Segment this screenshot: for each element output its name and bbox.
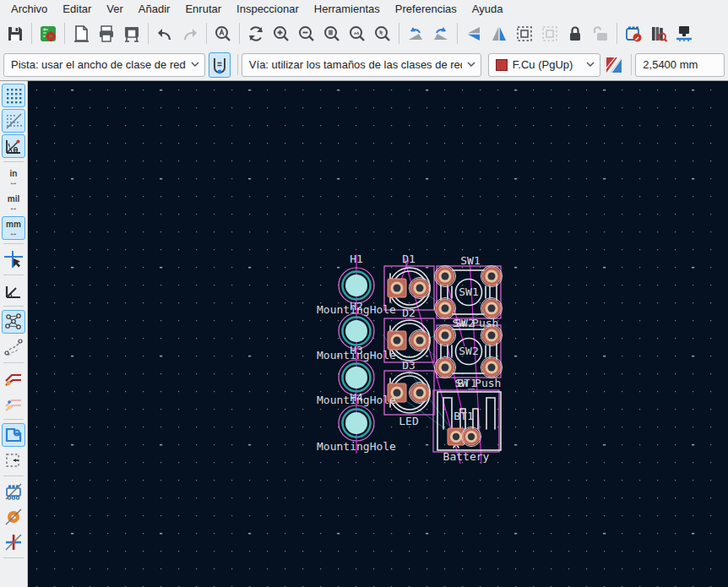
grid-major-dots xyxy=(28,81,728,587)
ref-label-h2[interactable]: H2 xyxy=(350,300,363,313)
rotate-cw-button[interactable] xyxy=(428,21,454,46)
menu-anadir[interactable]: Añadir xyxy=(131,1,178,17)
crosshair-cursor-toggle[interactable] xyxy=(2,247,25,271)
lock-button[interactable] xyxy=(562,21,588,46)
separator xyxy=(148,23,149,44)
menu-inspeccionar[interactable]: Inspeccionar xyxy=(229,1,307,17)
sketch-pads-icon xyxy=(3,507,24,527)
redo-icon xyxy=(180,24,200,44)
menu-ayuda[interactable]: Ayuda xyxy=(465,1,511,17)
save-button[interactable] xyxy=(3,21,28,46)
ratsnest-visibility-toggle[interactable] xyxy=(2,310,25,334)
left-toolbar: in↔ mil↔ mm↔ xyxy=(0,81,28,587)
zoom-fit-page-button[interactable] xyxy=(319,21,345,46)
unlock-button[interactable] xyxy=(588,21,613,46)
angle-mode-toggle[interactable] xyxy=(2,279,25,302)
update-pcb-button[interactable] xyxy=(671,21,697,46)
auto-track-width-toggle[interactable] xyxy=(209,52,231,78)
zones-outline-icon xyxy=(3,450,24,470)
text-label-sw2-inner[interactable]: SW2 xyxy=(459,345,478,357)
menu-enrutar[interactable]: Enrutar xyxy=(177,1,229,17)
zoom-fit-objects-button[interactable] xyxy=(345,21,370,46)
separator xyxy=(206,23,207,44)
separator xyxy=(457,23,458,44)
plot-icon xyxy=(122,24,142,44)
separator xyxy=(631,54,632,75)
menu-preferencias[interactable]: Preferencias xyxy=(388,1,465,17)
net-highlight-toggle[interactable] xyxy=(2,392,25,416)
grid-size-select[interactable]: 2,5400 mm xyxy=(635,53,725,77)
sketch-tracks-icon xyxy=(3,368,24,389)
zoom-in-button[interactable] xyxy=(269,21,294,46)
ref-label-sw1[interactable]: SW1 xyxy=(460,254,480,267)
footprint-editor-button[interactable] xyxy=(621,21,646,46)
layer-select[interactable]: F.Cu (PgUp) xyxy=(488,53,600,77)
units-inches-button[interactable]: in↔ xyxy=(2,166,25,189)
print-button[interactable] xyxy=(94,21,119,46)
zoom-fit-objects-icon xyxy=(347,24,367,44)
zoom-out-button[interactable] xyxy=(294,21,319,46)
layer-pair-button[interactable] xyxy=(603,52,625,78)
double-arrow-icon: ↔ xyxy=(9,229,19,236)
library-browser-icon xyxy=(649,24,669,44)
menu-editar[interactable]: Editar xyxy=(55,1,99,17)
track-width-icon xyxy=(209,55,230,75)
ref-label-sw2[interactable]: SW2 xyxy=(454,317,474,329)
separator xyxy=(3,557,24,558)
zones-outline-toggle[interactable] xyxy=(2,448,25,472)
separator xyxy=(64,23,65,44)
layer-pair-icon xyxy=(604,55,624,75)
sketch-footprints-toggle[interactable] xyxy=(2,480,25,503)
ref-label-d1[interactable]: D1 xyxy=(402,253,416,265)
ref-label-d3[interactable]: D3 xyxy=(402,359,416,372)
menu-archivo[interactable]: Archivo xyxy=(3,1,55,17)
units-mils-button[interactable]: mil↔ xyxy=(2,191,25,215)
pcb-drawing[interactable]: H1 D1 SW1 MountingHole H2 D2 SW_Push SW2… xyxy=(28,81,728,587)
units-mm-button[interactable]: mm↔ xyxy=(2,216,25,240)
menu-bar: Archivo Editar Ver Añadir Enrutar Inspec… xyxy=(0,0,728,18)
footprint-editor-icon xyxy=(623,24,644,44)
track-width-select[interactable]: Pista: usar el ancho de clase de red xyxy=(3,53,205,77)
flip-horizontal-button[interactable] xyxy=(461,21,486,46)
ungroup-button[interactable] xyxy=(537,21,562,46)
ref-label-h3[interactable]: H3 xyxy=(350,344,363,356)
grid-visibility-toggle[interactable] xyxy=(2,84,25,107)
menu-ver[interactable]: Ver xyxy=(99,1,131,17)
plot-button[interactable] xyxy=(119,21,144,46)
undo-button[interactable] xyxy=(152,21,177,46)
sketch-tracks-toggle[interactable] xyxy=(2,367,25,390)
polar-coordinates-toggle[interactable] xyxy=(2,134,25,158)
pcb-canvas[interactable]: H1 D1 SW1 MountingHole H2 D2 SW_Push SW2… xyxy=(28,81,728,587)
value-label-led[interactable]: LED xyxy=(399,415,419,427)
value-label-mountinghole-4[interactable]: MountingHole xyxy=(317,440,396,453)
group-button[interactable] xyxy=(512,21,537,46)
board-setup-button[interactable] xyxy=(35,21,61,46)
rotate-ccw-button[interactable] xyxy=(403,21,428,46)
ref-label-d2[interactable]: D2 xyxy=(402,307,416,319)
grid-override-toggle[interactable] xyxy=(2,109,25,133)
zones-filled-toggle[interactable] xyxy=(2,423,25,447)
text-label-bt1-inner[interactable]: BT1 xyxy=(454,410,473,422)
ref-label-bt1[interactable]: BT1 xyxy=(457,377,476,389)
undo-icon xyxy=(155,24,175,44)
flip-vertical-button[interactable] xyxy=(486,21,512,46)
crosshair-cursor-icon xyxy=(3,249,24,269)
page-settings-button[interactable] xyxy=(68,21,94,46)
redo-button[interactable] xyxy=(177,21,203,46)
ref-label-h4[interactable]: H4 xyxy=(350,391,363,404)
zoom-selection-button[interactable] xyxy=(370,21,395,46)
menu-herramientas[interactable]: Herramientas xyxy=(307,1,388,17)
library-browser-button[interactable] xyxy=(646,21,671,46)
text-label-sw1-inner[interactable]: SW1 xyxy=(459,285,478,298)
ref-label-h1[interactable]: H1 xyxy=(350,253,363,265)
separator xyxy=(31,23,32,44)
curved-ratsnest-toggle[interactable] xyxy=(2,335,25,359)
search-button[interactable] xyxy=(210,21,236,46)
value-label-battery[interactable]: Battery xyxy=(443,450,490,463)
grid-size-value: 2,5400 mm xyxy=(643,58,719,71)
sketch-pads-toggle[interactable] xyxy=(2,505,25,529)
double-arrow-icon: ↔ xyxy=(9,178,19,185)
via-size-select[interactable]: Vía: utilizar los tamaños de las clases … xyxy=(242,53,481,77)
refresh-view-button[interactable] xyxy=(243,21,269,46)
sketch-vias-toggle[interactable] xyxy=(2,530,25,554)
